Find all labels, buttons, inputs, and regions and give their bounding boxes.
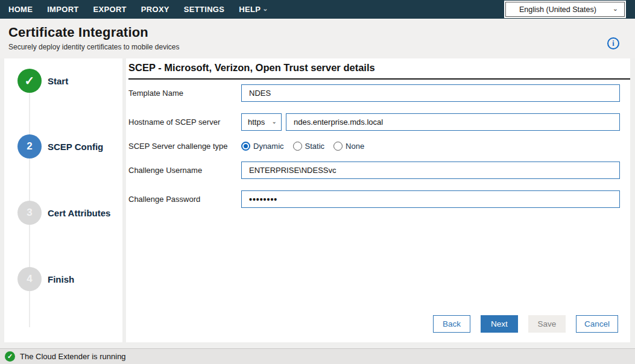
language-select[interactable]: English (United States) ⌄ — [505, 2, 625, 17]
nav-item-help[interactable]: HELP ⌄ — [239, 5, 268, 14]
radio-option-static[interactable]: Static — [293, 142, 325, 151]
challenge-password-label: Challenge Password — [128, 195, 241, 204]
chevron-down-icon: ⌄ — [272, 118, 277, 125]
radio-option-none[interactable]: None — [333, 142, 364, 151]
radio-label-dynamic: Dynamic — [253, 142, 284, 151]
template-name-label: Template Name — [128, 89, 241, 98]
step-number-badge: 4 — [17, 267, 42, 291]
step-label-scep-config: SCEP Config — [48, 142, 103, 152]
step-label-start: Start — [48, 76, 68, 86]
nav-item-proxy[interactable]: PROXY — [141, 5, 169, 14]
nav-item-home[interactable]: HOME — [8, 5, 33, 14]
info-icon[interactable]: i — [607, 37, 619, 49]
challenge-password-input[interactable] — [241, 190, 620, 208]
radio-option-dynamic[interactable]: Dynamic — [241, 142, 284, 151]
challenge-type-radio-group: Dynamic Static None — [241, 142, 364, 151]
step-number-badge: 2 — [17, 134, 42, 158]
status-check-icon: ✓ — [5, 351, 15, 362]
checkmark-icon: ✓ — [17, 69, 42, 93]
step-label-cert-attributes: Cert Attributes — [48, 208, 110, 218]
form-title: SCEP - Microsoft, Verizon, Open Trust se… — [128, 62, 630, 80]
nav-item-settings[interactable]: SETTINGS — [184, 5, 224, 14]
content-area: ✓ Start 2 SCEP Config 3 Cert Attributes … — [0, 58, 635, 342]
nav-help-label: HELP — [239, 5, 261, 14]
top-navbar: HOME IMPORT EXPORT PROXY SETTINGS HELP ⌄… — [0, 0, 635, 19]
step-label-finish: Finish — [48, 274, 74, 284]
challenge-type-label: SCEP Server challenge type — [128, 142, 241, 151]
template-name-row: Template Name — [128, 84, 620, 102]
hostname-input[interactable] — [286, 113, 620, 131]
protocol-select-value: https — [248, 118, 265, 127]
wizard-sidebar: ✓ Start 2 SCEP Config 3 Cert Attributes … — [4, 58, 122, 342]
radio-label-none: None — [346, 142, 364, 151]
hostname-row: Hostname of SCEP server https ⌄ — [128, 113, 620, 131]
page-subtitle: Securely deploy identity certificates to… — [8, 43, 627, 51]
next-button[interactable]: Next — [481, 315, 518, 333]
status-bar: ✓ The Cloud Extender is running — [0, 348, 635, 364]
hostname-label: Hostname of SCEP server — [128, 118, 241, 127]
wizard-step-start[interactable]: ✓ Start — [17, 69, 68, 93]
page-title: Certificate Integration — [8, 25, 627, 40]
radio-selected-icon — [241, 142, 250, 151]
language-select-value: English (United States) — [519, 5, 596, 14]
challenge-username-row: Challenge Username — [128, 162, 620, 179]
save-button[interactable]: Save — [528, 315, 566, 333]
radio-unselected-icon — [293, 142, 302, 151]
wizard-step-cert-attributes[interactable]: 3 Cert Attributes — [17, 201, 110, 225]
wizard-step-scep-config[interactable]: 2 SCEP Config — [17, 134, 103, 158]
challenge-username-input[interactable] — [241, 162, 620, 179]
nav-item-export[interactable]: EXPORT — [93, 5, 127, 14]
template-name-input[interactable] — [241, 84, 620, 102]
nav-item-import[interactable]: IMPORT — [47, 5, 78, 14]
step-number-badge: 3 — [17, 201, 42, 225]
wizard-button-row: Back Next Save Cancel — [433, 315, 618, 333]
cancel-button[interactable]: Cancel — [576, 315, 618, 333]
back-button[interactable]: Back — [433, 315, 470, 333]
chevron-down-icon: ⌄ — [262, 5, 268, 12]
challenge-type-row: SCEP Server challenge type Dynamic Stati… — [128, 142, 620, 151]
protocol-select[interactable]: https ⌄ — [241, 113, 282, 131]
wizard-step-finish[interactable]: 4 Finish — [17, 267, 74, 291]
radio-label-static: Static — [305, 142, 325, 151]
page-header: Certificate Integration Securely deploy … — [0, 19, 635, 58]
challenge-username-label: Challenge Username — [128, 166, 241, 175]
form-panel: SCEP - Microsoft, Verizon, Open Trust se… — [126, 58, 630, 342]
chevron-down-icon: ⌄ — [613, 5, 618, 12]
radio-unselected-icon — [333, 142, 343, 151]
status-message: The Cloud Extender is running — [20, 352, 126, 361]
challenge-password-row: Challenge Password — [128, 190, 620, 208]
